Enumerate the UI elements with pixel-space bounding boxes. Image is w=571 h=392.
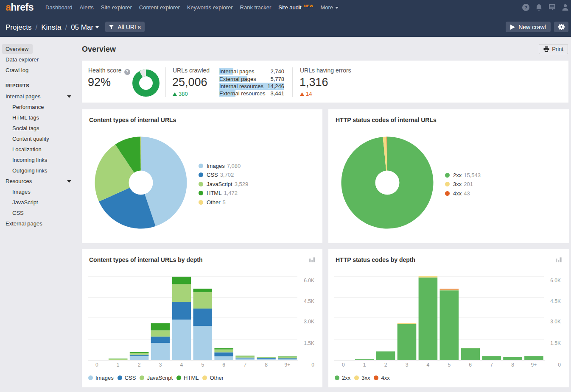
svg-text:4: 4 (427, 362, 430, 368)
svg-text:1: 1 (363, 362, 366, 368)
svg-text:4.5K: 4.5K (550, 298, 561, 304)
svg-text:3: 3 (159, 362, 162, 368)
svg-text:7: 7 (244, 362, 246, 368)
svg-text:5: 5 (201, 362, 204, 368)
svg-text:3.0K: 3.0K (550, 319, 561, 325)
svg-text:6: 6 (222, 362, 225, 368)
svg-text:1.5K: 1.5K (550, 340, 561, 346)
svg-text:?: ? (524, 5, 527, 10)
svg-text:1.5K: 1.5K (304, 340, 314, 346)
svg-text:4.5K: 4.5K (304, 298, 314, 304)
svg-text:1: 1 (117, 362, 120, 368)
svg-text:7: 7 (490, 362, 493, 368)
svg-text:0: 0 (95, 362, 98, 368)
svg-text:0: 0 (558, 362, 561, 368)
svg-text:8: 8 (265, 362, 268, 368)
svg-text:3: 3 (406, 362, 409, 368)
svg-text:2: 2 (138, 362, 141, 368)
svg-text:5: 5 (448, 362, 451, 368)
svg-text:2: 2 (384, 362, 387, 368)
svg-text:6.0K: 6.0K (550, 278, 561, 284)
svg-text:9+: 9+ (531, 362, 537, 368)
svg-text:9+: 9+ (285, 362, 291, 368)
svg-text:6: 6 (469, 362, 472, 368)
svg-text:3.0K: 3.0K (304, 319, 314, 325)
svg-text:0: 0 (342, 362, 345, 368)
svg-text:0: 0 (311, 362, 314, 368)
svg-text:4: 4 (180, 362, 183, 368)
svg-text:6.0K: 6.0K (304, 278, 314, 284)
svg-text:8: 8 (511, 362, 514, 368)
